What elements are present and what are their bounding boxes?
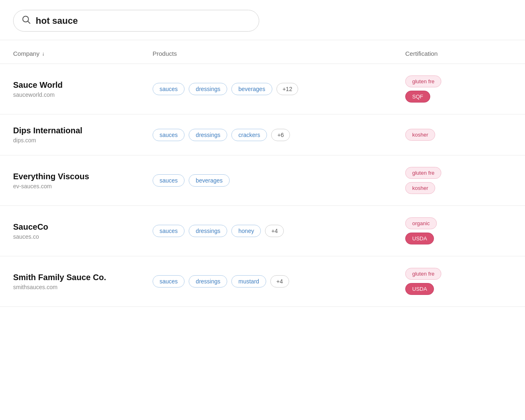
product-tag[interactable]: crackers [231, 129, 267, 141]
product-tag[interactable]: sauces [153, 275, 185, 288]
product-tag[interactable]: sauces [153, 129, 185, 141]
cert-tag: USDA [405, 233, 434, 244]
product-tag[interactable]: honey [231, 225, 261, 237]
company-name: Sauce World [13, 80, 153, 90]
table-row[interactable]: Everything Viscousev-sauces.comsaucesbev… [0, 155, 525, 206]
search-icon [22, 15, 31, 26]
product-tag[interactable]: mustard [231, 275, 266, 288]
certification-header-label: Certification [405, 50, 438, 57]
cert-tag: organic [405, 217, 437, 229]
company-cell-dips-international: Dips Internationaldips.com [13, 126, 153, 144]
product-more-tag[interactable]: +4 [270, 275, 289, 288]
company-url: dips.com [13, 137, 153, 144]
company-cell-smith-family: Smith Family Sauce Co.smithsauces.com [13, 273, 153, 290]
products-header-label: Products [153, 50, 177, 57]
table-row[interactable]: SauceCosauces.cosaucesdressingshoney+4or… [0, 206, 525, 256]
company-cell-sauce-world: Sauce Worldsauceworld.com [13, 80, 153, 98]
products-cell-dips-international: saucesdressingscrackers+6 [153, 129, 405, 141]
certs-cell-sauceco: organicUSDA [405, 217, 512, 244]
products-cell-everything-viscous: saucesbeverages [153, 174, 405, 187]
svg-line-1 [28, 21, 30, 23]
certification-column-header: Certification [405, 50, 512, 57]
company-url: sauces.co [13, 233, 153, 240]
product-tag[interactable]: dressings [189, 225, 227, 237]
product-tag[interactable]: beverages [231, 83, 272, 95]
company-url: sauceworld.com [13, 91, 153, 98]
product-tag[interactable]: sauces [153, 174, 185, 187]
product-tag[interactable]: sauces [153, 225, 185, 237]
products-cell-smith-family: saucesdressingsmustard+4 [153, 275, 405, 288]
certs-cell-dips-international: kosher [405, 129, 512, 141]
search-bar-container [0, 0, 525, 40]
company-name: SauceCo [13, 222, 153, 232]
company-sort-icon: ↓ [42, 50, 45, 57]
company-url: ev-sauces.com [13, 183, 153, 189]
table-header: Company ↓ Products Certification [0, 43, 525, 64]
table-row[interactable]: Dips Internationaldips.comsaucesdressing… [0, 114, 525, 155]
cert-tag: gluten fre [405, 167, 441, 179]
table-row[interactable]: Sauce Worldsauceworld.comsaucesdressings… [0, 64, 525, 114]
company-name: Everything Viscous [13, 172, 153, 181]
cert-tag: USDA [405, 283, 434, 295]
company-url: smithsauces.com [13, 284, 153, 290]
certs-cell-everything-viscous: gluten frekosher [405, 167, 512, 194]
company-name: Dips International [13, 126, 153, 135]
company-name: Smith Family Sauce Co. [13, 273, 153, 282]
company-column-header[interactable]: Company ↓ [13, 50, 153, 57]
certs-cell-smith-family: gluten freUSDA [405, 268, 512, 295]
cert-tag: SQF [405, 91, 430, 103]
product-tag[interactable]: dressings [189, 83, 227, 95]
products-cell-sauceco: saucesdressingshoney+4 [153, 225, 405, 237]
table-body: Sauce Worldsauceworld.comsaucesdressings… [0, 64, 525, 307]
certs-cell-sauce-world: gluten freSQF [405, 75, 512, 103]
company-header-label: Company [13, 50, 39, 57]
search-input[interactable] [36, 16, 251, 26]
product-more-tag[interactable]: +6 [271, 129, 290, 141]
search-bar [13, 10, 259, 32]
cert-tag: gluten fre [405, 268, 441, 280]
product-tag[interactable]: sauces [153, 83, 185, 95]
cert-tag: kosher [405, 129, 435, 141]
product-more-tag[interactable]: +12 [276, 83, 299, 95]
cert-tag: kosher [405, 182, 435, 194]
product-tag[interactable]: beverages [189, 174, 229, 187]
product-more-tag[interactable]: +4 [265, 225, 284, 237]
company-cell-sauceco: SauceCosauces.co [13, 222, 153, 240]
cert-tag: gluten fre [405, 75, 441, 87]
products-column-header: Products [153, 50, 405, 57]
table-row[interactable]: Smith Family Sauce Co.smithsauces.comsau… [0, 256, 525, 307]
products-cell-sauce-world: saucesdressingsbeverages+12 [153, 83, 405, 95]
product-tag[interactable]: dressings [189, 129, 227, 141]
product-tag[interactable]: dressings [189, 275, 227, 288]
company-cell-everything-viscous: Everything Viscousev-sauces.com [13, 172, 153, 189]
